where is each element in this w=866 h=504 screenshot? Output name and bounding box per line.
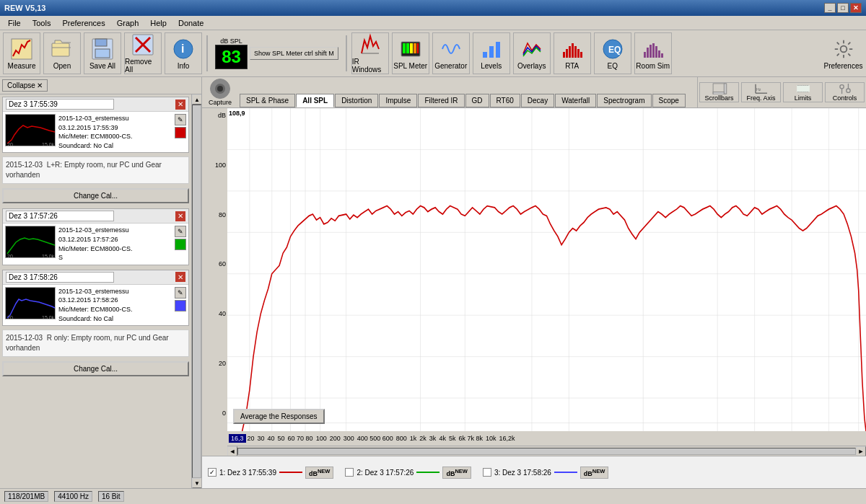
measurement-2-soundcard: S — [58, 253, 172, 262]
spl-meter-button[interactable]: SPL Meter — [392, 32, 429, 74]
tab-gd[interactable]: GD — [465, 94, 489, 107]
measurement-2-header: ✕ — [3, 209, 188, 224]
menu-tools[interactable]: Tools — [27, 17, 56, 30]
sidebar-scrollbar[interactable]: ▲ ▼ — [191, 94, 201, 488]
change-cal-2-button[interactable]: Change Cal... — [2, 361, 189, 376]
y-value-100: 100 — [204, 162, 226, 169]
scrollbars-button[interactable]: Scrollbars — [699, 82, 739, 102]
preferences-icon — [832, 37, 855, 61]
freq-axis-button[interactable]: Hz Freq. Axis — [741, 82, 781, 102]
h-scrollbar[interactable]: ◄ ► — [227, 446, 866, 456]
x-20: 20 — [248, 435, 255, 442]
window-title: REW V5,13 — [4, 4, 45, 12]
overlays-button[interactable]: Overlays — [513, 32, 551, 74]
levels-button[interactable]: Levels — [473, 32, 510, 74]
tab-all-spl[interactable]: All SPL — [296, 94, 334, 107]
svg-rect-1 — [52, 43, 69, 56]
title-bar: REW V5,13 _ □ ✕ — [0, 0, 866, 16]
svg-text:20: 20 — [7, 254, 13, 258]
tab-waterfall[interactable]: Waterfall — [555, 94, 596, 107]
change-cal-1-button[interactable]: Change Cal... — [2, 188, 189, 203]
tab-spectrogram[interactable]: Spectrogram — [597, 94, 651, 107]
menu-graph[interactable]: Graph — [112, 17, 144, 30]
measurement-3-edit-button[interactable]: ✎ — [175, 287, 186, 299]
spl-value: 83 — [215, 45, 248, 69]
menu-donate[interactable]: Donate — [173, 17, 209, 30]
close-button[interactable]: ✕ — [850, 3, 862, 13]
scroll-track — [192, 105, 201, 478]
average-responses-button[interactable]: Average the Responses — [233, 409, 325, 424]
tab-spl-phase[interactable]: SPL & Phase — [240, 94, 295, 107]
collapse-button[interactable]: Collapse ✕ — [2, 79, 48, 92]
spl-meter-icon — [399, 37, 422, 61]
measurement-2-mini-chart: 20 15,0k — [5, 226, 56, 258]
measurement-1-name-input[interactable] — [6, 99, 114, 110]
scroll-down-button[interactable]: ▼ — [192, 478, 201, 488]
measurement-entry-2: ✕ 20 15,0k 2015-12-03_ersteme — [2, 208, 189, 265]
measurement-3-body: 20 15,0k 2015-12-03_erstemessu 03.12.201… — [3, 285, 188, 325]
generator-button[interactable]: Generator — [432, 32, 470, 74]
menu-preferences[interactable]: Preferences — [57, 17, 110, 30]
measurement-3-close-button[interactable]: ✕ — [175, 272, 185, 282]
measurement-3-name-input[interactable] — [6, 272, 114, 283]
save-all-button[interactable]: Save All — [84, 32, 121, 74]
y-axis-label: dB — [204, 112, 226, 119]
status-sample-rate: 44100 Hz — [54, 491, 92, 502]
show-spl-meter-button[interactable]: Show SPL Meter ctrl shift M — [250, 47, 338, 60]
measurement-2-color-button[interactable] — [175, 239, 186, 250]
svg-point-36 — [840, 45, 847, 52]
svg-rect-34 — [658, 50, 660, 58]
legend-item-1: ✓ 1: Dez 3 17:55:39 dBNEW — [208, 467, 333, 479]
tab-filtered-ir[interactable]: Filtered IR — [418, 94, 464, 107]
limits-button[interactable]: Limits — [783, 82, 823, 102]
rta-button[interactable]: RTA — [554, 32, 591, 74]
window-controls[interactable]: _ □ ✕ — [824, 3, 862, 13]
measurement-2-name-input[interactable] — [6, 211, 114, 221]
ir-windows-button[interactable]: IR Windows — [351, 32, 389, 74]
menu-bar: File Tools Preferences Graph Help Donate — [0, 16, 866, 30]
x-10k: 10k — [486, 435, 497, 442]
measurement-3-color-button[interactable] — [175, 300, 186, 311]
menu-file[interactable]: File — [3, 17, 26, 30]
y-value-0: 0 — [204, 410, 226, 417]
generator-icon — [439, 37, 463, 61]
svg-point-57 — [839, 85, 843, 89]
scroll-right-button[interactable]: ► — [856, 446, 866, 456]
legend-1-checkbox[interactable]: ✓ — [208, 468, 216, 477]
menu-help[interactable]: Help — [145, 17, 172, 30]
capture-button[interactable] — [210, 79, 230, 99]
measurement-1-color-button[interactable] — [175, 127, 186, 138]
measurement-1-close-button[interactable]: ✕ — [175, 100, 185, 110]
svg-rect-17 — [483, 52, 487, 58]
measurement-1-edit-button[interactable]: ✎ — [175, 114, 186, 125]
tab-decay[interactable]: Decay — [521, 94, 554, 107]
remove-all-button[interactable]: Remove All — [124, 32, 162, 74]
scroll-up-button[interactable]: ▲ — [192, 94, 201, 105]
scroll-track-h — [237, 448, 856, 455]
legend-3-checkbox[interactable] — [483, 468, 491, 477]
room-sim-button[interactable]: Room Sim — [634, 32, 672, 74]
eq-button[interactable]: EQ EQ — [594, 32, 631, 74]
info-button[interactable]: i Info — [165, 32, 202, 74]
measurement-2-close-button[interactable]: ✕ — [175, 211, 185, 221]
x-800: 800 — [396, 435, 407, 442]
legend-1-line — [279, 471, 302, 474]
measurement-1-header: ✕ — [3, 97, 188, 112]
chart-max-value: 108,9 — [229, 110, 245, 117]
legend-2-checkbox[interactable] — [345, 468, 354, 477]
controls-button[interactable]: Controls — [825, 82, 865, 102]
separator-1 — [206, 35, 208, 71]
tab-impulse[interactable]: Impulse — [379, 94, 417, 107]
measurement-2-edit-button[interactable]: ✎ — [175, 226, 186, 237]
tab-rt60[interactable]: RT60 — [490, 94, 520, 107]
preferences-button[interactable]: Preferences — [823, 32, 863, 74]
tab-distortion[interactable]: Distortion — [335, 94, 378, 107]
open-button[interactable]: Open — [43, 32, 81, 74]
minimize-button[interactable]: _ — [824, 3, 836, 13]
measure-button[interactable]: Measure — [3, 32, 40, 74]
scroll-left-button[interactable]: ◄ — [227, 446, 237, 456]
svg-rect-32 — [652, 43, 655, 58]
svg-text:15,0k: 15,0k — [42, 254, 55, 258]
maximize-button[interactable]: □ — [837, 3, 849, 13]
tab-scope[interactable]: Scope — [652, 94, 686, 107]
